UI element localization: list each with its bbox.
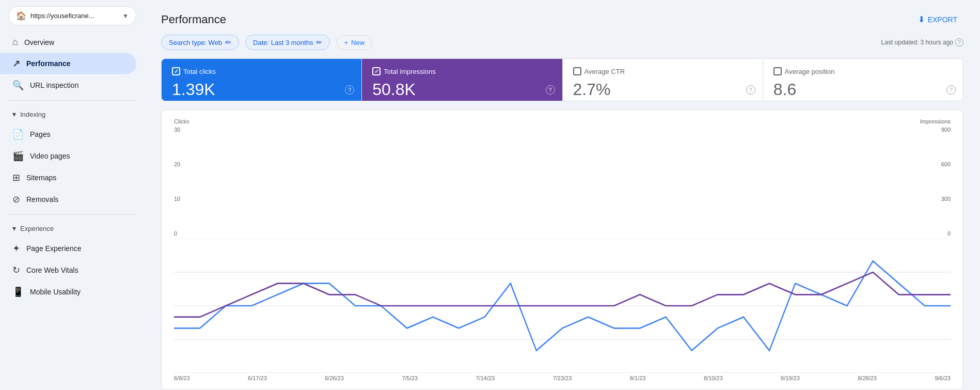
sync-icon: ↻: [12, 264, 20, 276]
help-icon[interactable]: ?: [746, 85, 755, 95]
main-content: Performance ⬇ EXPORT Search type: Web ✏ …: [145, 0, 980, 390]
sidebar-item-label: URL inspection: [30, 81, 78, 89]
metric-card-total-impressions[interactable]: Total impressions 50.8K ?: [362, 59, 562, 101]
y-tick-300: 300: [941, 196, 951, 202]
url-text: https://youseficrane...: [30, 12, 118, 20]
chart-svg-wrapper: [174, 239, 951, 373]
site-icon: 🏠: [16, 11, 26, 21]
filter-label: Search type: Web: [169, 39, 222, 46]
x-label: 7/14/23: [476, 375, 495, 381]
metric-checkbox-clicks[interactable]: [172, 67, 180, 75]
sidebar-item-label: Video pages: [30, 152, 70, 160]
sidebar-item-label: Removals: [26, 195, 58, 204]
metric-value-impressions: 50.8K: [372, 80, 551, 99]
metric-card-total-clicks[interactable]: Total clicks 1.39K ?: [162, 59, 362, 101]
indexing-section-header[interactable]: ▾ Indexing: [0, 105, 145, 123]
sidebar-item-sitemaps[interactable]: ⊞ Sitemaps: [0, 167, 136, 189]
metric-label: Average CTR: [584, 68, 625, 75]
y-tick-30: 30: [174, 127, 189, 133]
experience-section-header[interactable]: ▾ Experience: [0, 219, 145, 238]
metrics-row: Total clicks 1.39K ? Total impressions 5…: [161, 58, 963, 101]
section-label: Indexing: [20, 111, 45, 118]
page-header: Performance ⬇ EXPORT: [145, 0, 980, 35]
chart-svg: [174, 239, 951, 373]
chevron-down-icon: ▾: [12, 224, 16, 232]
metric-card-average-position[interactable]: Average position 8.6 ?: [763, 59, 963, 101]
sidebar-item-performance[interactable]: ↗ Performance: [0, 53, 136, 74]
metric-label: Average position: [785, 68, 835, 75]
date-filter[interactable]: Date: Last 3 months ✏: [245, 35, 330, 50]
url-selector[interactable]: 🏠 https://youseficrane... ▼: [8, 6, 136, 25]
sidebar-item-label: Mobile Usability: [30, 288, 81, 296]
chevron-down-icon: ▾: [12, 110, 16, 118]
x-label: 7/5/23: [402, 375, 418, 381]
y-tick-0-right: 0: [947, 230, 951, 237]
smartphone-icon: 📱: [12, 286, 24, 298]
help-icon[interactable]: ?: [546, 85, 555, 95]
help-icon[interactable]: ?: [946, 85, 956, 95]
filter-label: Date: Last 3 months: [253, 39, 313, 46]
star-icon: ✦: [12, 243, 20, 254]
metric-checkbox-position[interactable]: [773, 67, 782, 75]
y-axis-label-left: Clicks: [174, 118, 189, 124]
help-icon[interactable]: ?: [345, 85, 354, 95]
export-button[interactable]: ⬇ EXPORT: [912, 10, 963, 28]
x-label: 6/17/23: [248, 375, 267, 381]
sidebar-item-url-inspection[interactable]: 🔍 URL inspection: [0, 74, 136, 96]
section-label: Experience: [20, 225, 54, 232]
impressions-line: [174, 272, 951, 317]
sidebar-item-overview[interactable]: ⌂ Overview: [0, 32, 136, 53]
y-tick-10: 10: [174, 196, 189, 202]
divider: [8, 214, 136, 215]
metric-value-clicks: 1.39K: [172, 80, 351, 99]
x-label: 8/28/23: [858, 375, 877, 381]
info-icon: ?: [955, 38, 963, 46]
remove-icon: ⊘: [12, 194, 20, 205]
x-label: 9/6/23: [935, 375, 951, 381]
sidebar-item-pages[interactable]: 📄 Pages: [0, 123, 136, 145]
search-icon: 🔍: [12, 80, 24, 91]
new-filter-button[interactable]: + New: [336, 35, 372, 50]
y-tick-600: 600: [941, 161, 951, 167]
x-label: 6/26/23: [325, 375, 344, 381]
edit-icon: ✏: [316, 38, 322, 46]
sidebar-item-label: Pages: [30, 130, 51, 138]
sidebar-item-label: Performance: [26, 59, 71, 68]
search-type-filter[interactable]: Search type: Web ✏: [161, 35, 239, 50]
document-icon: 📄: [12, 129, 24, 140]
metric-value-ctr: 2.7%: [573, 80, 752, 99]
video-icon: 🎬: [12, 150, 24, 162]
sidebar-item-core-web-vitals[interactable]: ↻ Core Web Vitals: [0, 259, 136, 281]
x-label: 8/10/23: [704, 375, 723, 381]
sidebar-item-removals[interactable]: ⊘ Removals: [0, 189, 136, 210]
x-label: 6/8/23: [174, 375, 190, 381]
sidebar-item-page-experience[interactable]: ✦ Page Experience: [0, 238, 136, 259]
y-axis-label-right: Impressions: [920, 118, 951, 124]
performance-chart: Clicks 30 20 10 0 Impressions 900 600 30…: [161, 110, 963, 390]
y-tick-0: 0: [174, 230, 189, 237]
x-label: 7/23/23: [553, 375, 572, 381]
download-icon: ⬇: [918, 14, 925, 24]
metric-label: Total clicks: [183, 68, 216, 75]
sidebar-item-label: Core Web Vitals: [26, 266, 78, 274]
metric-value-position: 8.6: [773, 80, 953, 99]
trending-up-icon: ↗: [12, 58, 20, 69]
toolbar: Search type: Web ✏ Date: Last 3 months ✏…: [145, 35, 980, 58]
metric-checkbox-impressions[interactable]: [372, 67, 381, 75]
y-tick-900: 900: [941, 127, 951, 133]
plus-icon: +: [344, 39, 348, 46]
metric-card-average-ctr[interactable]: Average CTR 2.7% ?: [563, 59, 763, 101]
sidebar-item-label: Page Experience: [26, 244, 82, 253]
sidebar-item-label: Overview: [24, 38, 54, 46]
sidebar-item-video-pages[interactable]: 🎬 Video pages: [0, 145, 136, 167]
x-axis-labels: 6/8/23 6/17/23 6/26/23 7/5/23 7/14/23 7/…: [174, 373, 951, 381]
divider: [8, 100, 136, 101]
edit-icon: ✏: [225, 38, 231, 46]
x-label: 8/1/23: [630, 375, 646, 381]
sidebar: 🏠 https://youseficrane... ▼ ⌂ Overview ↗…: [0, 0, 145, 390]
y-tick-20: 20: [174, 161, 189, 167]
last-updated-label: Last updated: 3 hours ago ?: [881, 38, 963, 46]
chevron-down-icon: ▼: [122, 12, 129, 20]
metric-checkbox-ctr[interactable]: [573, 67, 581, 75]
sidebar-item-mobile-usability[interactable]: 📱 Mobile Usability: [0, 281, 136, 303]
